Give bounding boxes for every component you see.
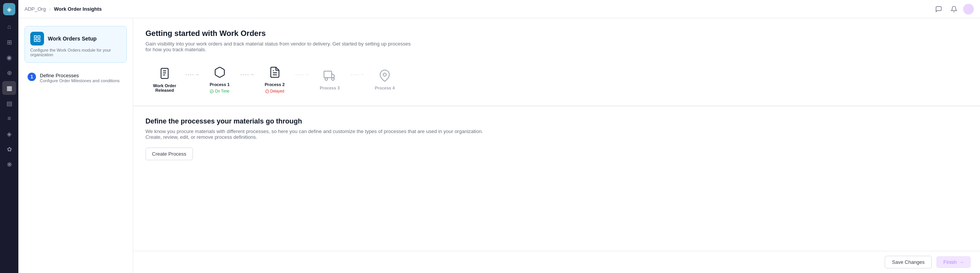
chat-icon[interactable]: [933, 3, 945, 15]
setup-card: Work Orders Setup Configure the Work Ord…: [24, 26, 127, 63]
process-2-status: Delayed: [265, 89, 284, 93]
menu-item-define-processes[interactable]: 1 Define Processes Configure Order Miles…: [24, 69, 127, 87]
right-panel: Getting started with Work Orders Gain vi…: [133, 18, 980, 273]
process-flow: Work OrderReleased - - - - → Process 1 O…: [145, 62, 968, 96]
sidebar-item-list[interactable]: ≡: [2, 112, 16, 125]
bell-icon[interactable]: [948, 3, 960, 15]
header: ADP_Org › Work Order Insights: [18, 0, 980, 18]
getting-started-desc: Gain visibility into your work orders an…: [145, 41, 413, 52]
arrow-3: - - - - →: [296, 72, 309, 86]
getting-started-title: Getting started with Work Orders: [145, 29, 968, 38]
arrow-4: - - - - →: [350, 72, 364, 86]
process-4-label: Process 4: [375, 86, 395, 90]
header-title: Work Order Insights: [54, 6, 102, 12]
setup-card-desc: Configure the Work Orders module for you…: [30, 48, 121, 57]
process-step-1: Process 1 On Time: [201, 65, 239, 93]
sidebar-item-settings[interactable]: ✿: [2, 142, 16, 156]
svg-point-17: [383, 73, 386, 76]
sidebar-item-grid[interactable]: ⊞: [2, 35, 16, 49]
save-changes-button[interactable]: Save Changes: [885, 256, 932, 268]
svg-point-16: [332, 78, 335, 80]
svg-rect-14: [324, 71, 332, 78]
svg-rect-4: [161, 68, 168, 78]
footer: Save Changes Finish →: [133, 251, 980, 273]
process-1-icon: [212, 65, 227, 80]
process-3-label: Process 3: [320, 86, 340, 90]
process-4-icon: [377, 68, 392, 83]
define-processes-section: Define the processes your materials go t…: [133, 107, 980, 251]
svg-point-15: [325, 78, 328, 80]
process-step-3: Process 3: [310, 68, 349, 90]
arrow-2: - - - - →: [240, 72, 254, 86]
process-1-label: Process 1: [210, 82, 230, 87]
main-container: ADP_Org › Work Order Insights Work Order…: [18, 0, 980, 273]
menu-item-number: 1: [28, 73, 36, 81]
setup-card-icon: [30, 32, 44, 46]
define-section-title: Define the processes your materials go t…: [145, 117, 968, 125]
sidebar-item-dashboard[interactable]: ▦: [2, 81, 16, 95]
work-order-icon: [157, 66, 172, 81]
sidebar-item-plugin[interactable]: ❋: [2, 158, 16, 171]
finish-arrow-icon: →: [959, 259, 964, 265]
process-step-work-order: Work OrderReleased: [145, 66, 184, 93]
sidebar-item-home[interactable]: ⌂: [2, 20, 16, 34]
getting-started-section: Getting started with Work Orders Gain vi…: [133, 18, 980, 106]
logo-icon: ◈: [7, 6, 11, 13]
sidebar: ◈ ⌂ ⊞ ◉ ⊕ ▦ ▤ ≡ ◈ ✿ ❋: [0, 0, 18, 273]
menu-item-title: Define Processes: [40, 73, 120, 78]
process-2-icon: [267, 65, 283, 80]
finish-button[interactable]: Finish →: [936, 256, 971, 268]
process-3-icon: [322, 68, 337, 83]
process-step-2: Process 2 Delayed: [256, 65, 294, 93]
process-2-label: Process 2: [265, 82, 285, 87]
svg-rect-0: [34, 36, 37, 38]
left-panel: Work Orders Setup Configure the Work Ord…: [18, 18, 133, 273]
header-org: ADP_Org: [24, 6, 46, 12]
setup-card-title: Work Orders Setup: [48, 36, 96, 42]
define-section-desc: We know you procure materials with diffe…: [145, 128, 490, 140]
work-order-label: Work OrderReleased: [153, 83, 176, 93]
user-avatar[interactable]: [963, 4, 974, 15]
sidebar-item-location[interactable]: ⊕: [2, 66, 16, 80]
svg-rect-1: [38, 36, 40, 38]
sidebar-item-box[interactable]: ◉: [2, 50, 16, 64]
finish-label: Finish: [943, 259, 957, 265]
sidebar-logo[interactable]: ◈: [3, 3, 15, 15]
content-area: Work Orders Setup Configure the Work Ord…: [18, 18, 980, 273]
menu-item-desc: Configure Order Milestones and condition…: [40, 78, 120, 83]
create-process-button[interactable]: Create Process: [145, 148, 193, 160]
svg-rect-2: [38, 39, 40, 42]
arrow-1: - - - - →: [185, 72, 199, 86]
process-step-4: Process 4: [366, 68, 404, 90]
process-1-status: On Time: [210, 89, 229, 93]
sidebar-item-chart[interactable]: ▤: [2, 96, 16, 110]
sidebar-item-tag[interactable]: ◈: [2, 127, 16, 141]
svg-rect-3: [34, 39, 37, 42]
